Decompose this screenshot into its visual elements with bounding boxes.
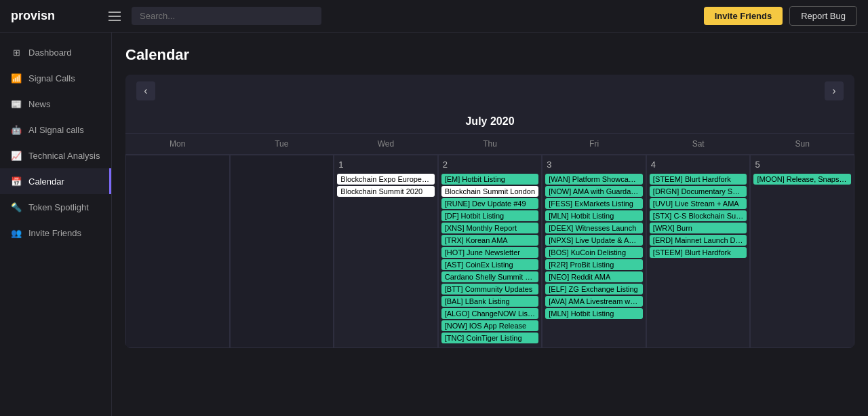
calendar-event[interactable]: [MLN] Hotbit Listing: [545, 210, 643, 221]
sidebar-label-ai-signal-calls: AI Signal calls: [28, 125, 84, 135]
sidebar-item-news[interactable]: 📰 News: [0, 91, 111, 117]
calendar-empty-cell: [230, 155, 334, 348]
signal-icon: 📶: [11, 73, 22, 83]
day-number-5: 5: [753, 158, 851, 171]
sidebar-label-invite-friends: Invite Friends: [28, 228, 81, 238]
sidebar-item-calendar[interactable]: 📅 Calendar: [0, 168, 111, 194]
next-month-button[interactable]: ›: [825, 81, 844, 100]
calendar-month-header: July 2020: [125, 107, 854, 133]
calendar-event[interactable]: [ERD] Mainnet Launch Date ANN: [650, 235, 747, 246]
dow-mon: Mon: [125, 133, 230, 155]
calendar-icon: 📅: [11, 176, 22, 187]
day-number-2: 2: [441, 158, 539, 171]
calendar-cell-day-1: 1Blockchain Expo Europe 2020Blockchain S…: [334, 155, 438, 348]
prev-month-button[interactable]: ‹: [136, 81, 155, 100]
sidebar-item-dashboard[interactable]: ⊞ Dashboard: [0, 39, 111, 65]
sidebar: ⊞ Dashboard 📶 Signal Calls 📰 News 🤖 AI S…: [0, 33, 112, 416]
dow-wed: Wed: [334, 133, 438, 155]
calendar-event[interactable]: [STEEM] Blurt Hardfork: [650, 174, 747, 185]
sidebar-label-token-spotlight: Token Spotlight: [28, 202, 89, 212]
calendar-event[interactable]: [WAN] Platform Showcased: [545, 174, 643, 185]
calendar-event[interactable]: [WRX] Burn: [650, 223, 747, 233]
page-title: Calendar: [125, 46, 854, 64]
sidebar-item-token-spotlight[interactable]: 🔦 Token Spotlight: [0, 194, 111, 220]
sidebar-label-signal-calls: Signal Calls: [28, 73, 75, 83]
calendar-event[interactable]: Cardano Shelly Summit 2020: [441, 271, 539, 282]
day-number-3: 3: [545, 158, 643, 171]
dashboard-icon: ⊞: [11, 47, 22, 58]
calendar-event[interactable]: [TNC] CoinTiger Listing: [441, 333, 539, 343]
calendar-event[interactable]: [MLN] Hotbit Listing: [545, 308, 643, 319]
sidebar-item-invite-friends[interactable]: 👥 Invite Friends: [0, 220, 111, 246]
calendar-empty-cell: [125, 155, 230, 348]
calendar-week-row: 1Blockchain Expo Europe 2020Blockchain S…: [125, 155, 854, 348]
calendar-event[interactable]: [DRGN] Documentary Series: [650, 186, 747, 197]
calendar-event[interactable]: [NPXS] Live Update & AMA: [545, 235, 643, 246]
calendar-cell-day-2: 2[EM] Hotbit ListingBlockchain Summit Lo…: [438, 155, 542, 348]
calendar-event[interactable]: [NOW] AMA with Guarda Wallet: [545, 186, 643, 197]
calendar-event[interactable]: [TRX] Korean AMA: [441, 235, 539, 246]
main-content: Calendar ‹ › July 2020 MonTueWedThuFriSa…: [112, 33, 868, 416]
search-input[interactable]: [132, 7, 321, 25]
chart-icon: 📈: [11, 150, 22, 161]
calendar-event[interactable]: [BTT] Community Updates: [441, 284, 539, 295]
day-number-1: 1: [337, 158, 435, 171]
dow-sun: Sun: [750, 133, 854, 155]
calendar-event[interactable]: [ALGO] ChangeNOW Listing: [441, 308, 539, 319]
sidebar-label-calendar: Calendar: [28, 176, 64, 187]
dow-tue: Tue: [230, 133, 334, 155]
day-number-4: 4: [650, 158, 747, 171]
calendar-nav: ‹ ›: [125, 75, 854, 107]
calendar-event[interactable]: Blockchain Expo Europe 2020: [337, 174, 435, 185]
ai-icon: 🤖: [11, 124, 22, 135]
calendar-event[interactable]: [EM] Hotbit Listing: [441, 174, 539, 185]
calendar-event[interactable]: [DEEX] Witnesses Launch: [545, 223, 643, 233]
calendar-event[interactable]: [BAL] LBank Listing: [441, 296, 539, 307]
calendar-event[interactable]: [STX] C-S Blockchain Summit: [650, 210, 747, 221]
calendar-event[interactable]: [UVU] Live Stream + AMA: [650, 198, 747, 209]
calendar-event[interactable]: [STEEM] Blurt Hardfork: [650, 247, 747, 258]
calendar-event[interactable]: [NOW] IOS App Release: [441, 320, 539, 331]
calendar-event[interactable]: Blockchain Summit London: [441, 186, 539, 197]
sidebar-item-technical-analysis[interactable]: 📈 Technical Analysis: [0, 143, 111, 168]
invite-friends-button[interactable]: Invite Friends: [704, 7, 783, 25]
calendar-cell-day-4: 4[STEEM] Blurt Hardfork[DRGN] Documentar…: [646, 155, 751, 348]
calendar-event[interactable]: [AST] CoinEx Listing: [441, 259, 539, 270]
calendar-event[interactable]: [NEO] Reddit AMA: [545, 271, 643, 282]
calendar-cell-day-3: 3[WAN] Platform Showcased[NOW] AMA with …: [542, 155, 646, 348]
news-icon: 📰: [11, 98, 22, 109]
sidebar-label-news: News: [28, 99, 51, 109]
calendar-event[interactable]: Blockchain Summit 2020: [337, 186, 435, 197]
token-icon: 🔦: [11, 202, 22, 212]
calendar-dow-row: MonTueWedThuFriSatSun: [125, 133, 854, 155]
dow-fri: Fri: [542, 133, 646, 155]
calendar-event[interactable]: [XNS] Monthly Report: [441, 223, 539, 233]
calendar-event[interactable]: [MOON] Release, Snapshot, & Dist: [753, 174, 851, 185]
calendar-event[interactable]: [FESS] ExMarkets Listing: [545, 198, 643, 209]
calendar-event[interactable]: [R2R] ProBit Listing: [545, 259, 643, 270]
sidebar-item-signal-calls[interactable]: 📶 Signal Calls: [0, 65, 111, 91]
app-logo: provisn: [11, 9, 92, 23]
hamburger-menu[interactable]: [106, 9, 123, 24]
sidebar-label-technical-analysis: Technical Analysis: [28, 151, 100, 161]
sidebar-item-ai-signal-calls[interactable]: 🤖 AI Signal calls: [0, 117, 111, 143]
calendar-event[interactable]: [HOT] June Newsletter: [441, 247, 539, 258]
report-bug-button[interactable]: Report Bug: [789, 6, 857, 26]
calendar-cell-day-5: 5[MOON] Release, Snapshot, & Dist: [750, 155, 854, 348]
calendar-event[interactable]: [ELF] ZG Exchange Listing: [545, 284, 643, 295]
sidebar-label-dashboard: Dashboard: [28, 48, 72, 58]
invite-icon: 👥: [11, 227, 22, 238]
calendar-event[interactable]: [BOS] KuCoin Delisting: [545, 247, 643, 258]
calendar-container: ‹ › July 2020 MonTueWedThuFriSatSun 1Blo…: [125, 75, 854, 348]
dow-thu: Thu: [438, 133, 542, 155]
dow-sat: Sat: [646, 133, 751, 155]
calendar-event[interactable]: [RUNE] Dev Update #49: [441, 198, 539, 209]
calendar-event[interactable]: [DF] Hotbit Listing: [441, 210, 539, 221]
calendar-event[interactable]: [AVA] AMA Livestream w/Gate.io: [545, 296, 643, 307]
